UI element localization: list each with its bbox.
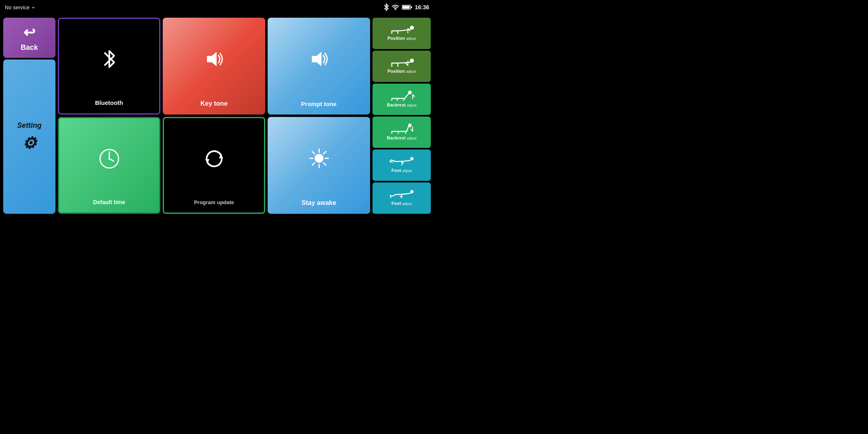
status-right: 16:36 xyxy=(383,3,429,11)
svg-point-26 xyxy=(410,190,414,193)
battery-icon xyxy=(402,4,412,10)
keytone-button[interactable]: Key tone xyxy=(163,18,265,115)
setting-button[interactable]: Setting ⚙ xyxy=(3,59,55,214)
programupdate-button[interactable]: Program update xyxy=(163,117,265,214)
main-layout: ↩ Back Setting ⚙ Bluetooth xyxy=(0,14,434,217)
svg-rect-2 xyxy=(411,6,412,8)
wifi-icon xyxy=(391,4,399,10)
backrest-up-icon xyxy=(388,90,416,101)
back-arrow-icon: ↩ xyxy=(23,24,35,41)
bluetooth-label: Bluetooth xyxy=(95,99,123,109)
position-up-label: Position adjust xyxy=(387,36,416,41)
back-label: Back xyxy=(20,43,38,52)
time-display: 16:36 xyxy=(415,4,429,10)
foot-up-label: Foot adjust xyxy=(391,168,412,173)
back-button[interactable]: ↩ Back xyxy=(3,18,55,58)
svg-point-9 xyxy=(108,158,110,160)
foot-down-button[interactable]: Foot adjust xyxy=(373,182,431,214)
backrest-down-icon xyxy=(388,123,416,134)
svg-marker-5 xyxy=(312,52,321,66)
backrest-up-button[interactable]: Backrest adjust xyxy=(373,84,431,115)
defaulttime-label: Default time xyxy=(93,199,125,209)
backrest-up-label: Backrest adjust xyxy=(387,102,417,108)
speaker-keytone-icon xyxy=(204,50,225,68)
bluetooth-status-icon xyxy=(383,3,389,11)
stayawake-icon-area xyxy=(308,117,330,199)
bluetooth-icon xyxy=(100,47,119,71)
stayawake-label: Stay awake xyxy=(301,199,336,210)
defaulttime-icon-area xyxy=(98,118,120,199)
svg-point-21 xyxy=(410,26,414,30)
svg-point-22 xyxy=(410,59,414,63)
position-down-label: Position adjust xyxy=(387,69,416,74)
no-service-text: No service xyxy=(5,4,29,10)
speaker-prompttone-icon xyxy=(309,50,330,68)
svg-line-17 xyxy=(312,151,315,154)
position-down-button[interactable]: Position adjust xyxy=(373,51,431,82)
programupdate-icon-area xyxy=(203,118,225,199)
bluetooth-button[interactable]: Bluetooth xyxy=(58,18,160,115)
backrest-down-label: Backrest adjust xyxy=(387,135,417,141)
svg-line-20 xyxy=(312,163,315,165)
prompttone-icon-area xyxy=(309,18,330,100)
position-down-icon xyxy=(388,58,416,67)
position-up-icon xyxy=(388,25,416,34)
refresh-icon xyxy=(203,148,225,170)
status-bar: No service ⌁ 16:36 xyxy=(0,0,434,14)
svg-line-19 xyxy=(323,151,326,154)
stayawake-button[interactable]: Stay awake xyxy=(268,117,370,214)
clock-icon xyxy=(98,148,120,170)
position-up-button[interactable]: Position adjust xyxy=(373,18,431,49)
center-grid: Bluetooth Key tone Prompt xyxy=(58,18,370,214)
right-panel: Position adjust Position adjust xyxy=(373,18,431,214)
foot-down-label: Foot adjust xyxy=(391,201,412,206)
keytone-icon-area xyxy=(204,18,225,100)
foot-down-icon xyxy=(388,190,416,199)
prompttone-label: Prompt tone xyxy=(301,100,336,111)
gear-icon: ⚙ xyxy=(22,134,37,152)
svg-rect-3 xyxy=(403,6,410,9)
left-panel: ↩ Back Setting ⚙ xyxy=(3,18,55,214)
foot-up-button[interactable]: Foot adjust xyxy=(373,149,431,181)
svg-point-25 xyxy=(410,157,414,160)
usb-icon: ⌁ xyxy=(32,4,35,10)
svg-point-0 xyxy=(395,9,396,10)
svg-line-18 xyxy=(323,163,326,165)
programupdate-label: Program update xyxy=(194,199,234,209)
svg-marker-4 xyxy=(207,52,217,66)
keytone-label: Key tone xyxy=(201,100,228,111)
prompttone-button[interactable]: Prompt tone xyxy=(268,18,370,115)
defaulttime-button[interactable]: Default time xyxy=(58,117,160,214)
svg-point-12 xyxy=(315,154,323,163)
bluetooth-icon-area xyxy=(100,19,119,99)
sun-icon xyxy=(308,147,330,169)
setting-label: Setting xyxy=(17,121,42,130)
backrest-down-button[interactable]: Backrest adjust xyxy=(373,117,431,148)
foot-up-icon xyxy=(388,157,416,166)
